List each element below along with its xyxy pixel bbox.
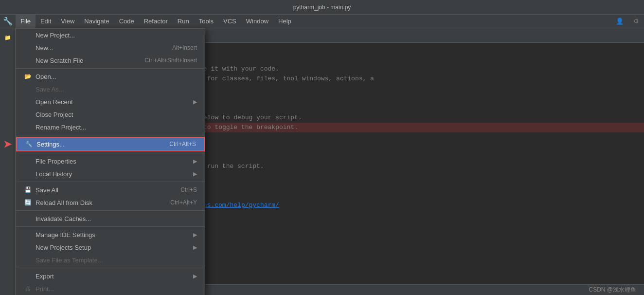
settings-icon-top[interactable]: ⚙: [628, 18, 644, 25]
save-all-icon: 💾: [24, 186, 32, 194]
menu-save-file-template: Save File as Template...: [16, 254, 205, 266]
menu-item-file[interactable]: File: [16, 15, 36, 28]
title-bar: pytharm_job - main.py: [0, 0, 644, 15]
manage-ide-arrow: ▶: [193, 232, 197, 238]
menu-item-edit[interactable]: Edit: [36, 15, 56, 28]
new-projects-icon: [24, 243, 32, 251]
save-template-icon: [24, 256, 32, 264]
settings-arrow: ➤: [3, 138, 12, 150]
menu-print: 🖨 Print...: [16, 282, 205, 295]
scratch-file-icon: [24, 56, 32, 64]
export-icon: [24, 272, 32, 280]
manage-ide-icon: [24, 231, 32, 239]
menu-open-recent[interactable]: Open Recent ▶: [16, 95, 205, 108]
open-recent-arrow: ▶: [193, 99, 197, 105]
menu-open[interactable]: 📂 Open...: [16, 70, 205, 83]
menu-new-projects-setup[interactable]: New Projects Setup ▶: [16, 241, 205, 254]
menu-rename-project[interactable]: Rename Project...: [16, 121, 205, 133]
menu-bar: 🔧 File Edit View Navigate Code Refactor …: [0, 15, 644, 28]
menu-save-all[interactable]: 💾 Save All Ctrl+S: [16, 184, 205, 196]
menu-manage-ide[interactable]: Manage IDE Settings ▶: [16, 228, 205, 241]
file-properties-icon: [24, 157, 32, 165]
sidebar-left: Project 📁: [0, 28, 16, 295]
local-history-icon: [24, 170, 32, 178]
app-logo: 🔧: [3, 17, 13, 26]
separator-6: [16, 226, 205, 227]
main-layout: Project 📁 New Project... New... Alt+Inse…: [0, 28, 644, 295]
save-as-icon: [24, 85, 32, 93]
menu-invalidate-caches[interactable]: Invalidate Caches...: [16, 212, 205, 225]
reload-icon: 🔄: [24, 199, 32, 206]
file-properties-arrow: ▶: [193, 158, 197, 165]
wrench-icon: 🔧: [25, 140, 33, 148]
menu-file-properties[interactable]: File Properties ▶: [16, 155, 205, 167]
menu-settings[interactable]: 🔧 Settings... Ctrl+Alt+S ➤: [16, 137, 205, 151]
menu-item-code[interactable]: Code: [114, 15, 139, 28]
menu-close-project[interactable]: Close Project: [16, 108, 205, 121]
menu-item-view[interactable]: View: [56, 15, 79, 28]
separator-2: [16, 135, 205, 135]
rename-icon: [24, 123, 32, 131]
user-icon: 👤: [611, 18, 628, 25]
menu-save-as: Save As...: [16, 83, 205, 95]
separator-7: [16, 268, 205, 268]
menu-new-project[interactable]: New Project...: [16, 29, 205, 41]
menu-new-scratch-file[interactable]: New Scratch File Ctrl+Alt+Shift+Insert: [16, 54, 205, 67]
menu-local-history[interactable]: Local History ▶: [16, 167, 205, 180]
open-recent-icon: [24, 98, 32, 106]
separator-5: [16, 210, 205, 211]
menu-item-navigate[interactable]: Navigate: [79, 15, 114, 28]
invalidate-icon: [24, 215, 32, 222]
separator-4: [16, 182, 205, 182]
status-text: CSDN @浅水鲤鱼: [589, 286, 636, 294]
menu-new[interactable]: New... Alt+Insert: [16, 41, 205, 54]
menu-item-help[interactable]: Help: [273, 15, 296, 28]
separator-1: [16, 68, 205, 69]
menu-item-run[interactable]: Run: [173, 15, 194, 28]
menu-item-tools[interactable]: Tools: [194, 15, 218, 28]
open-folder-icon: 📂: [24, 73, 32, 80]
file-dropdown-menu: New Project... New... Alt+Insert New Scr…: [16, 28, 205, 295]
close-project-icon: [24, 111, 32, 118]
print-icon: 🖨: [24, 285, 32, 293]
new-icon: [24, 44, 32, 52]
new-projects-arrow: ▶: [193, 244, 197, 251]
menu-item-window[interactable]: Window: [241, 15, 273, 28]
local-history-arrow: ▶: [193, 171, 197, 177]
export-arrow: ▶: [193, 273, 197, 279]
menu-item-refactor[interactable]: Refactor: [139, 15, 173, 28]
menu-export[interactable]: Export ▶: [16, 270, 205, 282]
menu-reload-all[interactable]: 🔄 Reload All from Disk Ctrl+Alt+Y: [16, 196, 205, 209]
menu-item-vcs[interactable]: VCS: [218, 15, 241, 28]
new-project-icon: [24, 31, 32, 39]
window-title: pytharm_job - main.py: [293, 4, 351, 11]
separator-3: [16, 153, 205, 153]
sidebar-icon-project[interactable]: Project 📁: [1, 31, 15, 44]
